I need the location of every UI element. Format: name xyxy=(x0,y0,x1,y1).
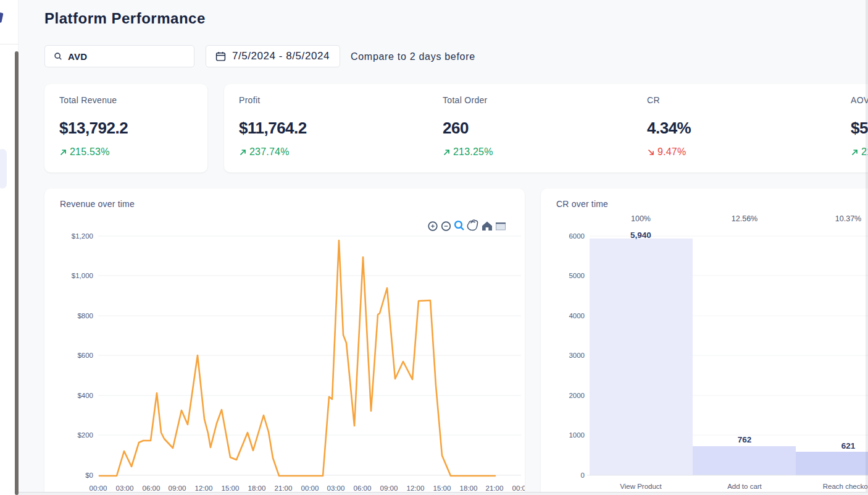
svg-text:00:00: 00:00 xyxy=(512,484,525,492)
svg-text:21:00: 21:00 xyxy=(275,484,293,492)
svg-text:5000: 5000 xyxy=(569,272,585,279)
svg-text:$0: $0 xyxy=(85,472,93,479)
svg-text:21:00: 21:00 xyxy=(486,484,504,492)
svg-text:$600: $600 xyxy=(77,352,93,359)
svg-text:$800: $800 xyxy=(77,312,93,319)
svg-text:3000: 3000 xyxy=(569,352,585,359)
svg-text:$1,200: $1,200 xyxy=(72,232,93,240)
svg-text:10.37%: 10.37% xyxy=(835,214,861,223)
svg-text:03:00: 03:00 xyxy=(116,484,134,492)
svg-text:621: 621 xyxy=(841,441,856,451)
svg-text:18:00: 18:00 xyxy=(460,484,478,492)
svg-text:06:00: 06:00 xyxy=(354,484,372,492)
svg-text:Add to cart: Add to cart xyxy=(727,483,762,490)
svg-text:2000: 2000 xyxy=(569,392,585,399)
svg-text:00:00: 00:00 xyxy=(90,484,107,492)
svg-text:09:00: 09:00 xyxy=(380,484,398,492)
svg-text:100%: 100% xyxy=(631,214,651,223)
svg-text:4000: 4000 xyxy=(569,312,585,319)
svg-text:09:00: 09:00 xyxy=(169,484,186,492)
svg-text:15:00: 15:00 xyxy=(433,484,451,492)
svg-text:06:00: 06:00 xyxy=(143,484,161,492)
svg-text:00:00: 00:00 xyxy=(301,484,319,492)
svg-text:15:00: 15:00 xyxy=(222,484,240,492)
svg-text:1000: 1000 xyxy=(569,431,585,439)
svg-text:$400: $400 xyxy=(77,392,93,399)
svg-text:6000: 6000 xyxy=(569,232,585,240)
svg-text:762: 762 xyxy=(738,435,752,444)
svg-text:View Product: View Product xyxy=(620,483,662,490)
svg-text:$1,000: $1,000 xyxy=(72,272,93,279)
svg-text:03:00: 03:00 xyxy=(327,484,345,492)
svg-text:18:00: 18:00 xyxy=(248,484,266,492)
svg-text:$200: $200 xyxy=(77,431,93,439)
svg-text:12.56%: 12.56% xyxy=(732,214,757,223)
svg-text:12:00: 12:00 xyxy=(195,484,213,492)
svg-text:0: 0 xyxy=(581,472,585,479)
svg-text:Reach checkout: Reach checkout xyxy=(823,483,868,490)
svg-text:5,940: 5,940 xyxy=(630,231,651,240)
svg-text:12:00: 12:00 xyxy=(407,484,425,492)
